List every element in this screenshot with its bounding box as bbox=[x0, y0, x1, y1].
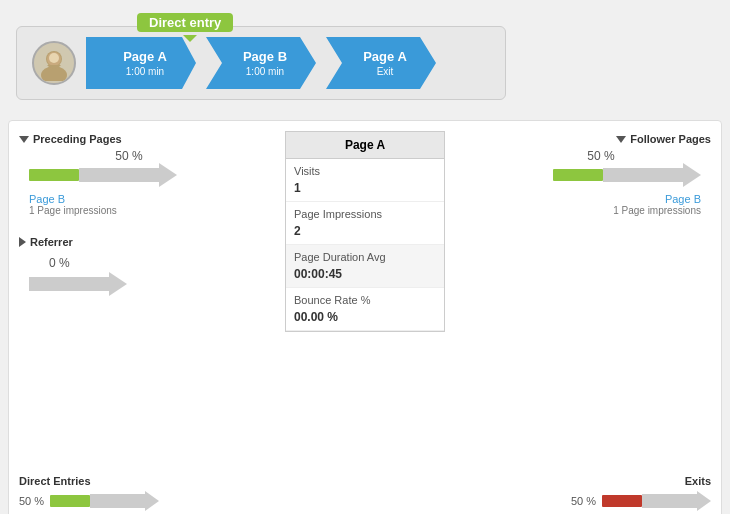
flow-diagram: Direct entry Page A 1:00 min Page B 1:00… bbox=[16, 26, 506, 100]
direct-entry-label: Direct entry bbox=[137, 13, 233, 32]
avatar bbox=[32, 41, 76, 85]
referrer-title: Referrer bbox=[19, 236, 219, 248]
preceding-page-name: Page B bbox=[29, 193, 219, 205]
follower-arrow-head-icon bbox=[683, 163, 701, 187]
exits-percent: 50 % bbox=[571, 495, 596, 507]
page-a-exit-button[interactable]: Page A Exit bbox=[326, 37, 436, 89]
exits-red-bar bbox=[602, 495, 642, 507]
follower-pages-title: Follower Pages bbox=[511, 133, 711, 145]
duration-row: Page Duration Avg 00:00:45 bbox=[286, 245, 444, 288]
follower-triangle-icon bbox=[616, 136, 626, 143]
page-a-exit-duration: Exit bbox=[377, 66, 394, 77]
page-b-label: Page B bbox=[243, 49, 287, 64]
preceding-green-bar bbox=[29, 169, 79, 181]
preceding-triangle-icon bbox=[19, 136, 29, 143]
visits-row: Visits 1 bbox=[286, 159, 444, 202]
direct-entries-green-bar bbox=[50, 495, 90, 507]
page-b-button[interactable]: Page B 1:00 min bbox=[206, 37, 316, 89]
preceding-arrow-head-icon bbox=[159, 163, 177, 187]
page-b-duration: 1:00 min bbox=[246, 66, 284, 77]
preceding-page-item: Page B 1 Page impressions bbox=[29, 193, 219, 216]
direct-entries-percent: 50 % bbox=[19, 495, 44, 507]
follower-green-bar bbox=[553, 169, 603, 181]
follower-impressions: 1 Page impressions bbox=[511, 205, 701, 216]
page-a-first-label: Page A bbox=[123, 49, 167, 64]
referrer-arrow-body bbox=[29, 277, 109, 291]
page-a-exit-label: Page A bbox=[363, 49, 407, 64]
impressions-label: Page Impressions bbox=[294, 208, 436, 220]
analytics-section: Preceding Pages Follower Pages 50 % bbox=[8, 120, 722, 514]
bounce-label: Bounce Rate % bbox=[294, 294, 436, 306]
follower-percent: 50 % bbox=[587, 149, 614, 163]
svg-point-3 bbox=[49, 53, 59, 63]
visits-label: Visits bbox=[294, 165, 436, 177]
referrer-percent: 0 % bbox=[49, 256, 70, 270]
center-page-card: Page A Visits 1 Page Impressions 2 Page … bbox=[285, 131, 445, 332]
duration-label: Page Duration Avg bbox=[294, 251, 436, 263]
page-a-first-button[interactable]: Page A 1:00 min bbox=[86, 37, 196, 89]
page-a-first-duration: 1:00 min bbox=[126, 66, 164, 77]
preceding-pages-title: Preceding Pages bbox=[19, 133, 219, 145]
impressions-row: Page Impressions 2 bbox=[286, 202, 444, 245]
exits-title: Exits bbox=[685, 475, 711, 487]
follower-arrow-body bbox=[603, 168, 683, 182]
direct-entries-section: Direct Entries 50 % bbox=[19, 475, 159, 511]
referrer-triangle-icon bbox=[19, 237, 26, 247]
bounce-row: Bounce Rate % 00.00 % bbox=[286, 288, 444, 331]
direct-entries-arrow-body bbox=[90, 494, 145, 508]
direct-entries-title: Direct Entries bbox=[19, 475, 159, 487]
preceding-arrow-body bbox=[79, 168, 159, 182]
bottom-row: Direct Entries 50 % Exits 50 % bbox=[19, 475, 711, 511]
referrer-arrow-head-icon bbox=[109, 272, 127, 296]
bounce-value: 00.00 % bbox=[294, 310, 436, 324]
center-card-title: Page A bbox=[286, 132, 444, 159]
follower-page-name: Page B bbox=[511, 193, 701, 205]
follower-page-item: Page B 1 Page impressions bbox=[511, 193, 701, 216]
impressions-value: 2 bbox=[294, 224, 436, 238]
duration-value: 00:00:45 bbox=[294, 267, 436, 281]
preceding-percent: 50 % bbox=[115, 149, 142, 163]
exits-arrow-head-icon bbox=[697, 491, 711, 511]
preceding-impressions: 1 Page impressions bbox=[29, 205, 219, 216]
visits-value: 1 bbox=[294, 181, 436, 195]
exits-arrow-body bbox=[642, 494, 697, 508]
exits-section: Exits 50 % bbox=[571, 475, 711, 511]
direct-entries-arrow-head-icon bbox=[145, 491, 159, 511]
